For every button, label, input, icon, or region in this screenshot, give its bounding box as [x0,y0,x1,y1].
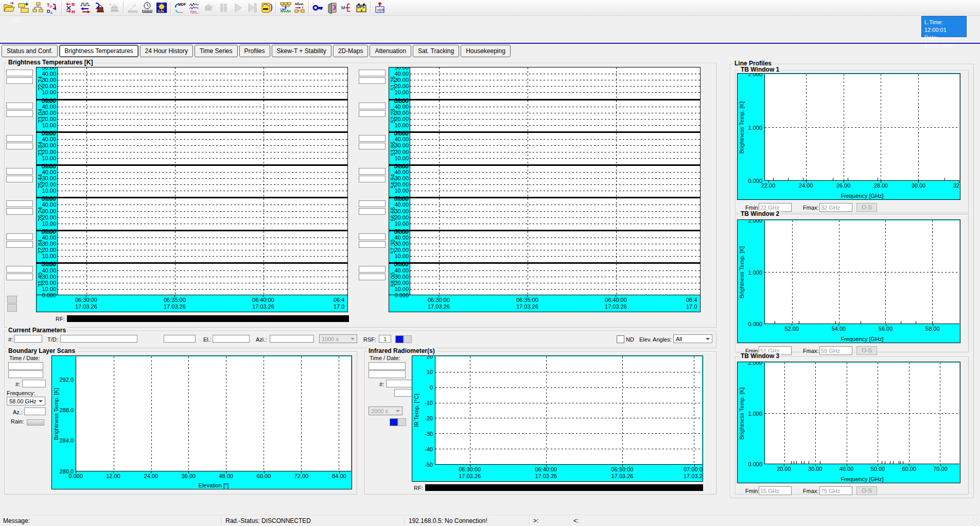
tab-24-hour-history[interactable]: 24 Hour History [140,45,193,57]
channel-value-input[interactable] [359,103,386,109]
channel-value-input[interactable] [359,266,386,273]
gray-indicator-button[interactable] [404,335,412,343]
tab-attenuation[interactable]: Attenuation [370,45,411,57]
tab-skew-t-stability[interactable]: Skew-T + Stability [272,45,331,57]
elevation-input[interactable] [213,335,250,343]
channel-mark [804,461,804,464]
channel-value-input[interactable] [359,208,386,215]
gridline [616,166,617,197]
gridline [58,139,347,140]
ups-icon[interactable]: UPS [354,1,369,14]
channel-value-input[interactable] [6,176,33,182]
gridline [410,74,700,74]
tab-2d-maps[interactable]: 2D-Maps [333,45,369,57]
channel-value-input[interactable] [6,70,33,76]
channel-value-input[interactable] [359,70,386,76]
bl-frequency-dropdown[interactable]: 58.00 GHz [7,397,45,405]
rsf-input[interactable] [379,335,391,343]
channel-value-input[interactable] [6,208,33,215]
add-file-icon[interactable] [16,1,31,14]
tab-time-series[interactable]: Time Series [195,45,238,57]
channel-value-input[interactable] [6,266,33,273]
gridline [58,224,347,224]
fmax-input[interactable] [819,486,852,495]
tb-da-convert-icon[interactable]: TBDA [45,1,60,14]
ir-time-input[interactable] [369,362,406,370]
channel-value-input[interactable] [6,168,33,175]
channel-value-input[interactable] [6,103,33,109]
channel-value-input[interactable] [6,241,33,248]
bl-date-input[interactable] [8,370,43,378]
aux-value-input[interactable] [164,335,196,343]
lwp-network-icon[interactable]: LWP [278,1,292,14]
mdf-transfer-icon[interactable]: MDF... [173,1,187,14]
small-gray-button[interactable] [7,296,17,303]
ir-blue-indicator-button[interactable] [390,418,398,426]
ir-date-input[interactable] [369,370,406,378]
elev-angles-dropdown[interactable]: All [673,334,712,343]
ir-number-input[interactable] [386,380,414,387]
gridline [58,211,347,212]
profile-chart-icon[interactable]: T(h),.. [187,1,202,14]
channel-value-input[interactable] [359,274,386,280]
tab-housekeeping[interactable]: Housekeeping [461,45,511,57]
timeseries-export-icon[interactable]: t [292,1,307,14]
channel-value-input[interactable] [359,233,386,240]
multimeter-icon[interactable] [259,1,274,14]
pulse-sequence-icon[interactable] [78,1,93,14]
gridline [410,113,700,113]
bl-time-input[interactable] [8,362,43,370]
channel-value-input[interactable] [6,77,33,84]
channel-value-input[interactable] [6,143,33,149]
channel-value-input[interactable] [6,135,33,142]
resize-grip[interactable] [972,519,979,526]
ir-gray-indicator-button[interactable] [398,418,406,426]
channel-value-input[interactable] [6,110,33,117]
channel-mark [820,461,820,464]
channel-value-input[interactable] [359,200,386,207]
channel-value-input[interactable] [359,143,386,149]
gridline [264,198,264,230]
license-key-icon[interactable] [311,1,325,14]
y-tick-label: 30.00 [389,77,409,83]
tab-sat-tracking[interactable]: Sat. Tracking [413,45,459,57]
channel-value-input[interactable] [6,200,33,207]
open-file-icon[interactable] [2,1,16,14]
nd-checkbox[interactable] [617,335,624,343]
svg-text:R: R [72,2,75,7]
fmax-input[interactable] [819,346,852,355]
gridline [58,237,347,238]
exit-door-icon[interactable] [325,1,340,14]
small-gray-button[interactable] [7,304,17,312]
splitter-icon[interactable]: M [340,1,354,14]
tab-profiles[interactable]: Profiles [239,45,270,57]
tab-brightness-temperatures[interactable]: Brightness Temperatures [59,45,138,57]
gridline [792,220,793,324]
channel-value-input[interactable] [359,241,386,248]
channel-mark [773,178,774,180]
bl-azimuth-input[interactable] [24,408,46,415]
channel-value-input[interactable] [6,233,33,240]
y-tick-label: 0.000 [389,98,408,104]
clock-scan-icon[interactable] [140,1,154,14]
channel-value-input[interactable] [359,176,386,182]
channel-value-input[interactable] [359,77,386,84]
status-bar: Message: Rad.-Status: DISCONNECTED 192.1… [0,515,980,526]
blue-indicator-button[interactable] [395,335,404,343]
bl-number-input[interactable] [22,380,46,387]
rh-calibration-icon[interactable]: RH [64,1,78,14]
file-tree-icon[interactable] [31,1,45,14]
tab-status-and-conf[interactable]: Status and Conf. [2,45,58,57]
sun-scan-icon[interactable]: SUN [154,1,169,14]
time-date-input[interactable] [60,335,137,343]
channel-value-input[interactable] [359,135,386,142]
fmin-input[interactable] [759,486,792,495]
azimuth-input[interactable] [270,335,314,343]
sample-number-input[interactable] [14,335,42,343]
channel-value-input[interactable] [359,168,386,175]
channel-value-input[interactable] [359,110,386,117]
version-icon[interactable]: VER [373,1,387,14]
channel-value-input[interactable] [6,274,33,280]
radiometer-scan-icon[interactable] [93,1,107,14]
fmax-input[interactable] [819,203,852,212]
